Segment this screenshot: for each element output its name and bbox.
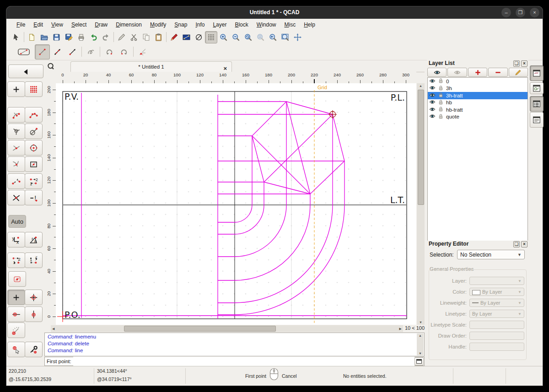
snap-tangential-button[interactable]	[25, 124, 43, 139]
redo-button[interactable]	[100, 31, 112, 43]
toggle-property-editor-button[interactable]	[530, 65, 544, 81]
save-document-button[interactable]	[50, 31, 63, 43]
tool-polyline[interactable]	[102, 44, 117, 59]
layer-visible-icon[interactable]	[429, 78, 436, 85]
layer-row[interactable]: 0	[428, 78, 527, 85]
edit-tools-button[interactable]	[115, 31, 128, 43]
coordinate-polar-button[interactable]: ra	[25, 232, 43, 247]
toggle-block-list-button[interactable]	[530, 82, 544, 94]
vertical-scroll-thumb[interactable]	[418, 90, 424, 205]
remove-fill-button[interactable]	[193, 31, 205, 43]
history-scroll-down-icon[interactable]: ▼	[417, 352, 424, 355]
command-input[interactable]	[73, 357, 414, 366]
snap-free-button[interactable]	[7, 81, 25, 97]
history-scrollbar[interactable]: ▲ ▼	[417, 333, 424, 355]
coordinate-relative-2-1-button[interactable]: 12	[25, 252, 43, 268]
menu-modify[interactable]: Modify	[146, 20, 170, 29]
menu-draw[interactable]: Draw	[91, 20, 111, 29]
layer-visible-icon[interactable]	[429, 106, 436, 113]
menu-snap[interactable]: Snap	[171, 20, 191, 29]
selection-dropdown[interactable]: No Selection▼	[457, 250, 525, 259]
auto-zoom-button[interactable]	[242, 31, 254, 43]
snap-intersection-button[interactable]	[7, 156, 25, 172]
menu-layer[interactable]: Layer	[209, 20, 230, 29]
remove-layer-button[interactable]	[488, 68, 507, 77]
selection-pointer-button[interactable]	[10, 31, 22, 43]
snap-end-button[interactable]	[7, 107, 25, 123]
restrict-horizontal-button[interactable]	[7, 306, 25, 322]
tool-freehand[interactable]	[83, 44, 98, 59]
menu-select[interactable]: Select	[68, 20, 90, 29]
zoom-out-button[interactable]	[230, 31, 242, 43]
layer-lock-icon[interactable]	[438, 106, 444, 113]
tool-polyline-segments[interactable]	[117, 44, 132, 59]
restrict-distance-button[interactable]	[7, 322, 25, 338]
layer-visible-icon[interactable]	[429, 99, 436, 106]
zoom-in-button[interactable]	[217, 31, 230, 43]
menu-help[interactable]: Help	[300, 20, 319, 29]
menu-edit[interactable]: Edit	[30, 20, 47, 29]
layer-lock-icon[interactable]	[438, 78, 444, 85]
save-as-button[interactable]	[63, 31, 75, 43]
measure-distance-button[interactable]	[180, 31, 193, 43]
horizontal-scroll-thumb[interactable]	[124, 326, 276, 332]
layer-row[interactable]: hb	[428, 99, 527, 107]
tool-line-angle[interactable]	[50, 44, 65, 59]
snap-grid-button[interactable]	[25, 81, 43, 97]
snap-middle-button[interactable]	[7, 140, 25, 156]
document-tab[interactable]: * Untitled 1 ×	[70, 61, 232, 72]
horizontal-scrollbar[interactable]: ◀ ▶	[51, 325, 403, 332]
scroll-left-icon[interactable]: ◀	[52, 327, 54, 331]
vertical-scrollbar[interactable]: ▲ ▼	[417, 83, 425, 325]
coordinate-cartesian-button[interactable]: yx	[7, 232, 25, 247]
scroll-down-icon[interactable]: ▼	[417, 321, 425, 324]
tool-line-indicator[interactable]	[13, 44, 35, 59]
layer-row[interactable]: 3h	[428, 85, 527, 92]
layer-list[interactable]: 03h3h-tratthbhb-trattquote	[427, 77, 528, 241]
modify-properties-button[interactable]	[168, 31, 180, 43]
layer-lock-icon[interactable]	[438, 85, 444, 92]
copy-button[interactable]	[140, 31, 152, 43]
snap-reference-button[interactable]	[25, 156, 43, 172]
tool-ray[interactable]	[65, 44, 80, 59]
layer-visible-icon[interactable]	[429, 85, 436, 92]
edit-layer-button[interactable]	[509, 68, 528, 77]
minimize-button[interactable]: –	[501, 8, 511, 17]
scroll-up-icon[interactable]: ▲	[417, 84, 425, 87]
show-all-layers-button[interactable]	[427, 68, 447, 77]
command-history[interactable]: Command: linemenuCommand: deleteCommand:…	[44, 333, 425, 356]
tool-line-2-points[interactable]	[35, 44, 50, 59]
add-layer-button[interactable]	[468, 68, 487, 77]
menu-view[interactable]: View	[48, 20, 67, 29]
snap-coordinate-button[interactable]: !	[25, 190, 43, 205]
menu-block[interactable]: Block	[231, 20, 252, 29]
restrict-vertical-button[interactable]	[25, 306, 43, 322]
layer-lock-icon[interactable]	[438, 113, 444, 120]
float-panel-icon[interactable]: ❏	[513, 60, 520, 67]
menu-misc[interactable]: Misc	[280, 20, 299, 29]
snap-distance-from-endpoints-button[interactable]	[7, 173, 25, 189]
snap-auto-button[interactable]: Auto	[8, 215, 26, 228]
maximize-button[interactable]: ❐	[516, 8, 525, 17]
layer-lock-icon[interactable]	[438, 99, 444, 106]
undo-button[interactable]	[87, 31, 100, 43]
command-options-button[interactable]	[414, 357, 424, 365]
tool-point[interactable]	[135, 44, 150, 59]
drawing-canvas[interactable]: GridP.V.P.L.L.T.P.O.	[56, 83, 416, 325]
history-scroll-up-icon[interactable]: ▲	[417, 334, 424, 337]
menu-window[interactable]: Window	[253, 20, 280, 29]
menu-dimension[interactable]: Dimension	[112, 20, 145, 29]
restrict-orthogonal-button[interactable]	[25, 290, 43, 305]
scroll-right-icon[interactable]: ▶	[399, 327, 402, 331]
zoom-window-button[interactable]	[279, 31, 291, 43]
close-panel-icon[interactable]: ×	[521, 60, 527, 67]
coordinate-relative-1-2-button[interactable]: 21	[7, 252, 25, 268]
open-document-button[interactable]	[38, 31, 50, 43]
layer-visible-icon[interactable]	[429, 92, 436, 99]
layer-row[interactable]: hb-tratt	[428, 106, 527, 113]
snap-perpendicular-button[interactable]	[7, 124, 25, 139]
close-button[interactable]: ×	[530, 8, 539, 17]
cut-button[interactable]	[128, 31, 140, 43]
snap-on-entity-button[interactable]	[25, 107, 43, 123]
layer-row[interactable]: quote	[428, 113, 527, 121]
